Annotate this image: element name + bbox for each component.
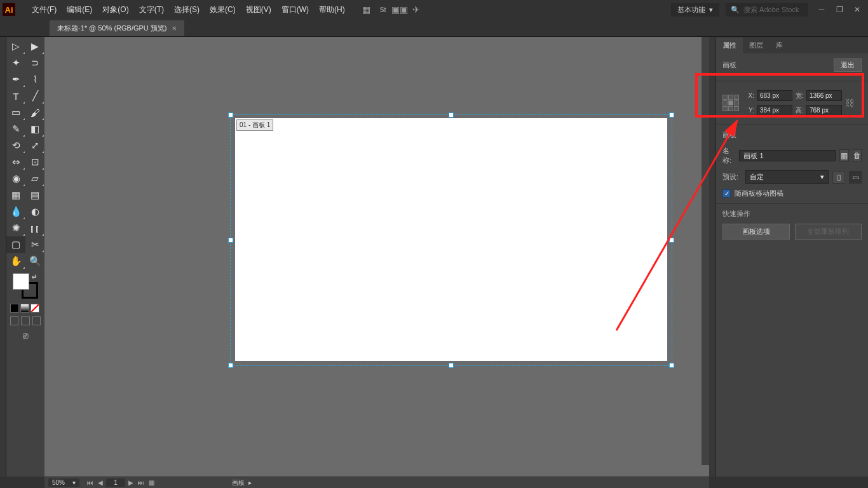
rearrange-all-button[interactable]: 全部重新排列 (795, 224, 862, 240)
menu-help[interactable]: 帮助(H) (314, 3, 350, 17)
orientation-portrait-icon[interactable]: ▯ (832, 171, 845, 184)
artboard-tool[interactable]: ▢ (6, 236, 25, 253)
menu-type[interactable]: 文字(T) (134, 3, 169, 17)
type-tool[interactable]: T (6, 88, 25, 104)
move-artwork-checkbox[interactable]: ✓ (722, 189, 731, 198)
artboard-name-input[interactable] (739, 150, 836, 161)
swap-colors-icon[interactable]: ⇄ (32, 273, 37, 280)
menu-select[interactable]: 选择(S) (169, 3, 205, 17)
shape-builder-tool[interactable]: ◉ (6, 170, 25, 187)
magic-wand-tool[interactable]: ✦ (6, 55, 25, 71)
vertical-scrollbar[interactable] (702, 37, 709, 465)
toolbox-expand-strip[interactable] (0, 37, 6, 477)
zoom-tool[interactable]: 🔍 (25, 253, 44, 269)
quick-actions-section: 快速操作 画板选项 全部重新排列 (716, 204, 868, 245)
artboard-options-icon[interactable]: ▦ (839, 149, 848, 162)
arrange-icon[interactable]: ▣▣ (395, 4, 405, 15)
preset-dropdown[interactable]: 自定 ▾ (745, 170, 829, 184)
gradient-swatch[interactable] (20, 304, 29, 313)
reference-point-grid[interactable] (722, 95, 739, 111)
shaper-tool[interactable]: ✎ (6, 121, 25, 137)
menu-view[interactable]: 视图(V) (241, 3, 276, 17)
direct-selection-tool[interactable]: ▶ (25, 38, 44, 55)
width-input[interactable] (806, 90, 842, 101)
lasso-tool[interactable]: ⊃ (25, 55, 44, 71)
menu-object[interactable]: 对象(O) (97, 3, 133, 17)
selection-handle[interactable] (449, 112, 454, 118)
name-label: 名称: (722, 146, 735, 165)
gpu-icon[interactable]: ▦ (362, 4, 372, 15)
slice-tool[interactable]: ✂ (25, 236, 44, 253)
artboard-number-input[interactable]: 1 (106, 478, 125, 487)
line-tool[interactable]: ╱ (25, 88, 44, 104)
document-tab[interactable]: 未标题-1* @ 50% (RGB/GPU 预览) × (50, 20, 184, 36)
mesh-tool[interactable]: ▦ (6, 187, 25, 203)
draw-normal[interactable] (10, 316, 18, 325)
rectangle-tool[interactable]: ▭ (6, 104, 25, 121)
gradient-tool[interactable]: ▤ (25, 187, 44, 203)
last-artboard-button[interactable]: ⏭ (137, 478, 146, 487)
pen-tool[interactable]: ✒ (6, 71, 25, 88)
selection-handle[interactable] (228, 112, 233, 118)
close-tab-icon[interactable]: × (172, 24, 177, 33)
properties-panel: 属性 图层 库 画板 退出 X: (715, 37, 868, 477)
eraser-tool[interactable]: ◧ (25, 121, 44, 137)
link-dimensions-icon[interactable]: ⛓ (844, 98, 855, 108)
symbol-sprayer-tool[interactable]: ✺ (6, 220, 25, 236)
fill-swatch[interactable] (13, 273, 29, 290)
eyedropper-tool[interactable]: 💧 (6, 203, 25, 220)
blend-tool[interactable]: ◐ (25, 203, 44, 220)
artboard-nav-icon[interactable]: ▦ (147, 478, 156, 487)
selection-handle[interactable] (669, 112, 674, 118)
width-tool[interactable]: ⇔ (6, 154, 25, 170)
selection-handle[interactable] (669, 363, 674, 368)
draw-inside[interactable] (32, 316, 41, 325)
share-icon[interactable]: ✈ (411, 4, 421, 15)
rotate-tool[interactable]: ⟲ (6, 137, 25, 154)
prev-artboard-button[interactable]: ◀ (96, 478, 105, 487)
selection-handle[interactable] (228, 363, 233, 368)
exit-artboard-button[interactable]: 退出 (834, 58, 862, 72)
artboard-options-button[interactable]: 画板选项 (722, 224, 790, 240)
y-input[interactable] (757, 105, 792, 116)
menu-window[interactable]: 窗口(W) (276, 3, 314, 17)
tab-libraries[interactable]: 库 (770, 37, 789, 53)
curvature-tool[interactable]: ⌇ (25, 71, 44, 88)
menu-edit[interactable]: 编辑(E) (62, 3, 97, 17)
tab-layers[interactable]: 图层 (743, 37, 770, 53)
color-swatch-black[interactable] (10, 304, 19, 313)
orientation-landscape-icon[interactable]: ▭ (849, 171, 862, 184)
perspective-tool[interactable]: ▱ (25, 170, 44, 187)
paintbrush-tool[interactable]: 🖌 (25, 104, 44, 121)
workspace-dropdown[interactable]: 基本功能 ▾ (671, 3, 719, 17)
close-button[interactable]: ✕ (849, 3, 865, 16)
none-swatch[interactable] (31, 304, 39, 313)
panel-collapse-strip[interactable] (709, 37, 715, 477)
stock-search-input[interactable]: 🔍 搜索 Adobe Stock (726, 3, 808, 17)
tab-properties[interactable]: 属性 (716, 37, 743, 53)
menu-effect[interactable]: 效果(C) (205, 3, 241, 17)
x-input[interactable] (757, 90, 792, 101)
zoom-dropdown[interactable]: 50% ▾ (48, 478, 79, 487)
draw-behind[interactable] (21, 316, 29, 325)
hand-tool[interactable]: ✋ (6, 253, 25, 269)
selection-handle[interactable] (669, 238, 674, 243)
next-artboard-button[interactable]: ▶ (126, 478, 135, 487)
height-input[interactable] (806, 105, 842, 116)
minimize-button[interactable]: ─ (813, 3, 830, 16)
fill-stroke-swatches[interactable]: ⇄ (13, 273, 38, 299)
menu-file[interactable]: 文件(F) (27, 3, 62, 17)
section-title: 画板 (722, 60, 736, 70)
maximize-button[interactable]: ❐ (831, 3, 848, 16)
free-transform-tool[interactable]: ⊡ (25, 154, 44, 170)
selection-tool[interactable]: ▷ (6, 38, 25, 55)
selection-handle[interactable] (228, 238, 233, 243)
stock-icon[interactable]: St (378, 4, 388, 15)
scale-tool[interactable]: ⤢ (25, 137, 44, 154)
graph-tool[interactable]: ⫿⫿ (25, 220, 44, 236)
delete-artboard-icon[interactable]: 🗑 (853, 149, 862, 162)
selection-handle[interactable] (449, 363, 454, 368)
first-artboard-button[interactable]: ⏮ (86, 478, 95, 487)
canvas-area[interactable]: 01 - 画板 1 (44, 37, 709, 477)
screen-mode-icon[interactable]: ⎚ (6, 328, 44, 343)
